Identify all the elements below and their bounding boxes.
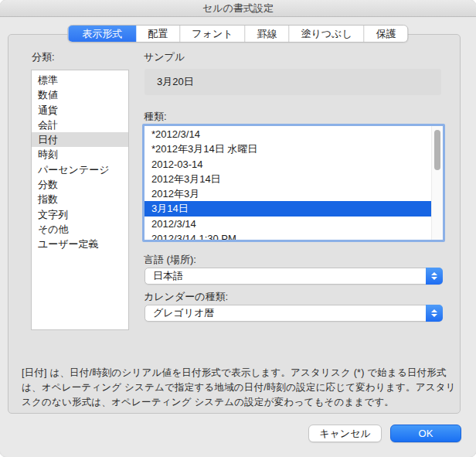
tab-item[interactable]: 罫線 (245, 26, 289, 42)
category-list-item[interactable]: パーセンテージ (32, 162, 128, 177)
language-select[interactable]: 日本語 (144, 268, 443, 285)
category-list-item[interactable]: 文字列 (32, 207, 128, 222)
cancel-button[interactable]: キャンセル (308, 425, 382, 442)
format-cells-dialog: セルの書式設定 分類: 標準 数値 通貨 会計 日付 時刻 パーセンテージ 分数… (0, 0, 476, 457)
type-list-item[interactable]: *2012年3月14日 水曜日 (144, 142, 431, 156)
chevron-down-icon (431, 277, 437, 280)
type-list-item[interactable]: 2012年3月 (144, 186, 431, 201)
type-list-item[interactable]: 2012/3/14 1:30 PM (144, 231, 431, 242)
chevron-up-icon (431, 309, 437, 312)
category-list-item[interactable]: その他 (32, 222, 128, 237)
chevron-up-icon (431, 272, 437, 275)
sample-preview: 3月20日 (144, 69, 441, 95)
dialog-title: セルの書式設定 (202, 2, 274, 15)
tab-item[interactable]: 保護 (364, 26, 408, 42)
content-panel: 分類: 標準 数値 通貨 会計 日付 時刻 パーセンテージ 分数 指数 文字列 (8, 34, 461, 414)
sample-label: サンプル (144, 50, 185, 64)
category-list-item[interactable]: 分数 (32, 177, 128, 192)
category-list-item[interactable]: 時刻 (32, 147, 128, 162)
category-list-item[interactable]: 通貨 (32, 103, 128, 118)
category-list-item[interactable]: 指数 (32, 192, 128, 206)
type-list[interactable]: *2012/3/14 *2012年3月14日 水曜日 2012-03-14 20… (142, 124, 445, 242)
type-list-item[interactable]: 2012年3月14日 (144, 172, 431, 186)
type-list-item[interactable]: 2012-03-14 (144, 157, 431, 172)
calendar-label: カレンダーの種類: (144, 290, 228, 304)
language-value: 日本語 (153, 269, 183, 283)
type-list-item[interactable]: 2012/3/14 (144, 217, 431, 231)
language-label: 言語 (場所): (144, 253, 196, 267)
type-list-item[interactable]: *2012/3/14 (144, 127, 431, 142)
updown-stepper-icon[interactable] (426, 305, 443, 322)
type-list-item[interactable]: 3月14日 (144, 201, 431, 216)
type-label: 種類: (144, 110, 167, 124)
title-bar[interactable]: セルの書式設定 (0, 0, 476, 17)
calendar-select[interactable]: グレゴリオ暦 (144, 305, 443, 322)
format-description: [日付] は、日付/時刻のシリアル値を日付形式で表示します。アスタリスク (*)… (22, 366, 458, 410)
sample-value: 3月20日 (157, 75, 194, 89)
category-label: 分類: (32, 50, 55, 64)
tab-bar: 表示形式 配置 フォント 罫線 塗りつぶし 保護 (67, 25, 408, 43)
ok-button[interactable]: OK (390, 425, 461, 442)
calendar-value: グレゴリオ暦 (153, 306, 215, 320)
tab-item[interactable]: 表示形式 (68, 26, 136, 42)
tab-item[interactable]: 配置 (136, 26, 179, 42)
category-list-item[interactable]: 標準 (32, 73, 128, 87)
chevron-down-icon (431, 314, 437, 317)
scrollbar-thumb[interactable] (434, 130, 440, 170)
tab-item[interactable]: フォント (179, 26, 244, 42)
updown-stepper-icon[interactable] (426, 268, 443, 285)
category-list[interactable]: 標準 数値 通貨 会計 日付 時刻 パーセンテージ 分数 指数 文字列 その他 (31, 70, 129, 330)
category-list-item[interactable]: 日付 (32, 132, 128, 147)
scrollbar-track[interactable] (431, 126, 443, 240)
category-list-item[interactable]: 会計 (32, 118, 128, 132)
category-list-item[interactable]: ユーザー定義 (32, 237, 128, 251)
category-list-item[interactable]: 数値 (32, 87, 128, 102)
tab-item[interactable]: 塗りつぶし (289, 26, 364, 42)
